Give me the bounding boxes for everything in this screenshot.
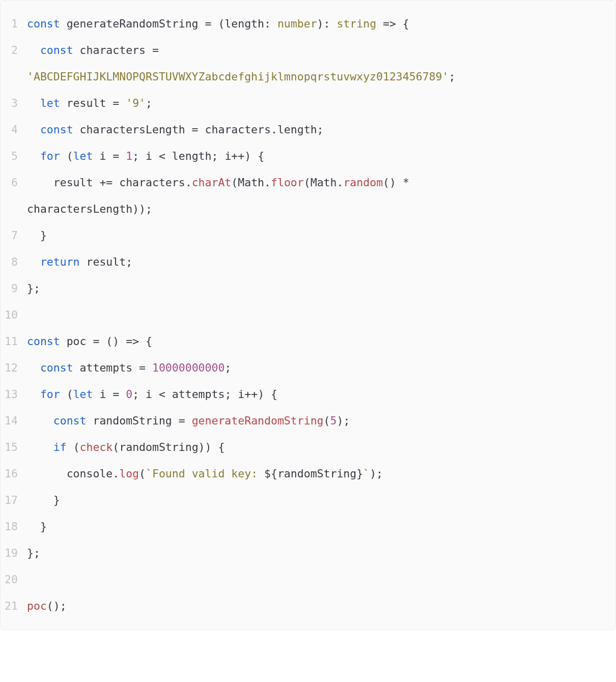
line-number: 1 [1,11,27,37]
code-token: . [271,123,277,136]
code-token: => { [376,17,409,30]
code-token: charAt [192,176,232,189]
code-line: 11const poc = () => { [1,328,615,355]
code-token: charactersLength [80,123,185,136]
line-content: poc(); [27,593,615,619]
code-token: result [87,255,126,268]
code-token: for [40,388,67,401]
code-line: 16 console.log(`Found valid key: ${rando… [1,461,615,487]
code-token: return [40,255,87,268]
code-token: result [67,97,106,109]
code-token: ( [73,441,80,453]
line-number: 5 [1,143,27,169]
code-token: const [40,361,80,374]
line-content: let result = '9'; [27,90,615,117]
code-token: floor [271,176,304,189]
code-token: ; [449,70,455,83]
code-token: } [53,494,60,506]
code-token: = [132,361,152,374]
code-token: ); [337,414,350,427]
code-token: number [277,17,317,30]
code-token: const [27,335,67,348]
code-token: (); [47,600,67,612]
line-number: 18 [1,514,27,540]
code-token: log [119,467,139,480]
code-token: < [152,150,172,162]
code-line: 19}; [1,540,615,566]
code-token: = [106,388,126,401]
code-token: = [172,414,192,427]
code-token: const [53,414,93,427]
code-token: ++ [244,388,258,401]
code-line: 12 const attempts = 10000000000; [1,355,615,381]
line-number: 21 [1,593,27,619]
indent [27,467,67,480]
line-number: 17 [1,487,27,514]
code-token: )); [132,203,152,215]
code-token: ; [132,388,146,401]
code-token: if [53,441,73,453]
code-token: . [337,176,343,189]
line-number: 13 [1,381,27,408]
code-token: randomString [119,441,198,453]
code-token: '9' [126,97,146,109]
code-token: = () => { [87,335,152,348]
code-token: 1 [126,150,132,162]
line-number: 12 [1,355,27,381]
code-token: ( [139,467,146,480]
code-line: 17 } [1,487,615,514]
line-content: }; [27,275,615,302]
code-token: ); [370,467,383,480]
code-token: 'ABCDEFGHIJKLMNOPQRSTUVWXYZabcdefghijklm… [27,70,449,83]
code-token: ) { [244,150,264,162]
line-number: 14 [1,408,27,434]
line-content: const charactersLength = characters.leng… [27,117,615,143]
code-token: }; [27,282,40,295]
code-token: } [40,520,47,533]
code-token: ++ [231,150,244,162]
code-line: 4 const charactersLength = characters.le… [1,117,615,143]
indent [27,229,40,242]
code-token: } [40,229,47,242]
code-token: ( [113,441,119,453]
code-line: 1const generateRandomString = (length: n… [1,11,615,37]
line-content: result += characters.charAt(Math.floor(M… [27,169,615,222]
code-token: 5 [330,414,337,427]
code-token: characters [119,176,185,189]
code-line: 13 for (let i = 0; i < attempts; i++) { [1,381,615,408]
line-content: } [27,487,615,514]
code-token: generateRandomString [192,414,324,427]
code-token: ` [363,467,370,480]
code-token: ) { [258,388,277,401]
code-token: ( [304,176,311,189]
code-token: poc [67,335,87,348]
code-token: )) { [199,441,225,453]
line-content: const characters ='ABCDEFGHIJKLMNOPQRSTU… [27,37,615,90]
code-token: . [264,176,271,189]
code-token: < [152,388,172,401]
code-token: result [53,176,93,189]
code-token: i [225,150,231,162]
code-token: const [27,17,67,30]
code-token: length [225,17,264,30]
code-token: += [93,176,119,189]
code-token: ; [225,361,231,374]
line-number: 2 [1,37,27,64]
code-token: : [264,17,277,30]
line-content: return result; [27,249,615,275]
code-line: 18 } [1,514,615,540]
code-line: 3 let result = '9'; [1,90,615,117]
code-line: 5 for (let i = 1; i < length; i++) { [1,143,615,169]
code-token: = [106,97,126,109]
code-token: characters [205,123,271,136]
code-token: randomString [93,414,172,427]
code-line: 6 result += characters.charAt(Math.floor… [1,169,615,222]
code-token: randomString [277,467,356,480]
code-token: generateRandomString [67,17,199,30]
code-token: attempts [172,388,225,401]
code-token: `Found valid key: [146,467,264,480]
line-number: 15 [1,434,27,461]
line-number: 7 [1,222,27,249]
indent [27,44,40,56]
code-line: 2 const characters ='ABCDEFGHIJKLMNOPQRS… [1,37,615,90]
